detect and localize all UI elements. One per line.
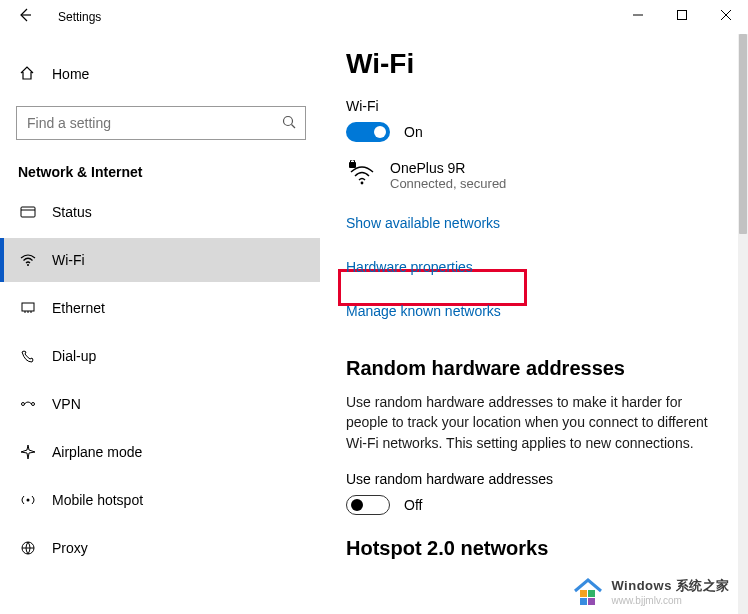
- window-buttons: [616, 0, 748, 30]
- svg-rect-23: [580, 598, 587, 605]
- airplane-icon: [18, 443, 38, 461]
- proxy-icon: [18, 539, 38, 557]
- search-box[interactable]: [16, 106, 306, 140]
- search-icon: [281, 114, 297, 133]
- svg-line-6: [292, 124, 296, 128]
- svg-point-19: [361, 182, 364, 185]
- sidebar-item-ethernet[interactable]: Ethernet: [0, 286, 320, 330]
- sidebar-item-label: Status: [52, 204, 92, 220]
- link-show-available[interactable]: Show available networks: [346, 215, 500, 231]
- svg-rect-21: [580, 590, 587, 597]
- random-addresses-text: Use random hardware addresses to make it…: [346, 392, 716, 453]
- sidebar-item-home[interactable]: Home: [0, 52, 320, 96]
- svg-rect-7: [21, 207, 35, 217]
- sidebar-item-label: Ethernet: [52, 300, 105, 316]
- watermark-line2: www.bjjmlv.com: [611, 595, 730, 606]
- svg-point-5: [284, 116, 293, 125]
- hotspot-icon: [18, 491, 38, 509]
- sidebar-section-title: Network & Internet: [0, 144, 320, 190]
- ethernet-icon: [18, 299, 38, 317]
- wifi-toggle[interactable]: [346, 122, 390, 142]
- svg-point-15: [32, 403, 35, 406]
- svg-rect-20: [349, 162, 356, 168]
- random-toggle[interactable]: [346, 495, 390, 515]
- main-content: Wi-Fi Wi-Fi On: [320, 34, 738, 614]
- svg-rect-24: [588, 598, 595, 605]
- network-info: OnePlus 9R Connected, secured: [390, 160, 506, 191]
- watermark: Windows 系统之家 www.bjjmlv.com: [571, 576, 730, 606]
- network-name: OnePlus 9R: [390, 160, 506, 176]
- wifi-toggle-label: Wi-Fi: [346, 98, 718, 114]
- svg-rect-2: [678, 11, 687, 20]
- sidebar-item-label: Mobile hotspot: [52, 492, 143, 508]
- svg-point-9: [27, 264, 29, 266]
- page-title: Wi-Fi: [346, 48, 718, 80]
- sidebar-item-hotspot[interactable]: Mobile hotspot: [0, 478, 320, 522]
- watermark-logo-icon: [571, 576, 605, 606]
- search-input[interactable]: [25, 114, 281, 132]
- home-icon: [18, 65, 36, 84]
- sidebar-item-label: Airplane mode: [52, 444, 142, 460]
- dialup-icon: [18, 347, 38, 365]
- sidebar-item-label: Proxy: [52, 540, 88, 556]
- wifi-secured-icon: [346, 160, 378, 190]
- link-manage-known-networks[interactable]: Manage known networks: [346, 303, 501, 319]
- sidebar-item-label: Home: [52, 66, 89, 82]
- sidebar: Home Network & Internet: [0, 34, 320, 614]
- app-title: Settings: [58, 10, 101, 24]
- minimize-button[interactable]: [616, 0, 660, 30]
- network-status: Connected, secured: [390, 176, 506, 191]
- link-hardware-properties[interactable]: Hardware properties: [346, 259, 473, 275]
- sidebar-item-label: Wi-Fi: [52, 252, 85, 268]
- sidebar-item-airplane[interactable]: Airplane mode: [0, 430, 320, 474]
- wifi-icon: [18, 251, 38, 269]
- scroll-thumb[interactable]: [739, 34, 747, 234]
- svg-point-14: [22, 403, 25, 406]
- watermark-text: Windows 系统之家 www.bjjmlv.com: [611, 577, 730, 606]
- current-network: OnePlus 9R Connected, secured: [346, 160, 718, 191]
- sidebar-item-proxy[interactable]: Proxy: [0, 526, 320, 570]
- svg-rect-10: [22, 303, 34, 311]
- sidebar-item-label: VPN: [52, 396, 81, 412]
- svg-rect-22: [588, 590, 595, 597]
- sidebar-item-dialup[interactable]: Dial-up: [0, 334, 320, 378]
- status-icon: [18, 203, 38, 221]
- settings-window: Settings: [0, 0, 748, 614]
- watermark-line1: Windows 系统之家: [611, 577, 730, 595]
- vpn-icon: [18, 395, 38, 413]
- maximize-button[interactable]: [660, 0, 704, 30]
- sidebar-item-status[interactable]: Status: [0, 190, 320, 234]
- sidebar-item-wifi[interactable]: Wi-Fi: [0, 238, 320, 282]
- toggle-knob: [351, 499, 363, 511]
- random-toggle-row: Off: [346, 495, 718, 515]
- close-button[interactable]: [704, 0, 748, 30]
- random-toggle-label: Use random hardware addresses: [346, 471, 718, 487]
- toggle-knob: [374, 126, 386, 138]
- sidebar-item-vpn[interactable]: VPN: [0, 382, 320, 426]
- vertical-scrollbar[interactable]: [738, 34, 748, 614]
- hotspot-heading: Hotspot 2.0 networks: [346, 537, 718, 560]
- wifi-toggle-state: On: [404, 124, 423, 140]
- random-toggle-state: Off: [404, 497, 422, 513]
- sidebar-item-label: Dial-up: [52, 348, 96, 364]
- wifi-toggle-row: On: [346, 122, 718, 142]
- back-button[interactable]: [10, 7, 40, 27]
- random-addresses-heading: Random hardware addresses: [346, 357, 718, 380]
- body: Home Network & Internet: [0, 34, 738, 614]
- svg-point-16: [27, 499, 30, 502]
